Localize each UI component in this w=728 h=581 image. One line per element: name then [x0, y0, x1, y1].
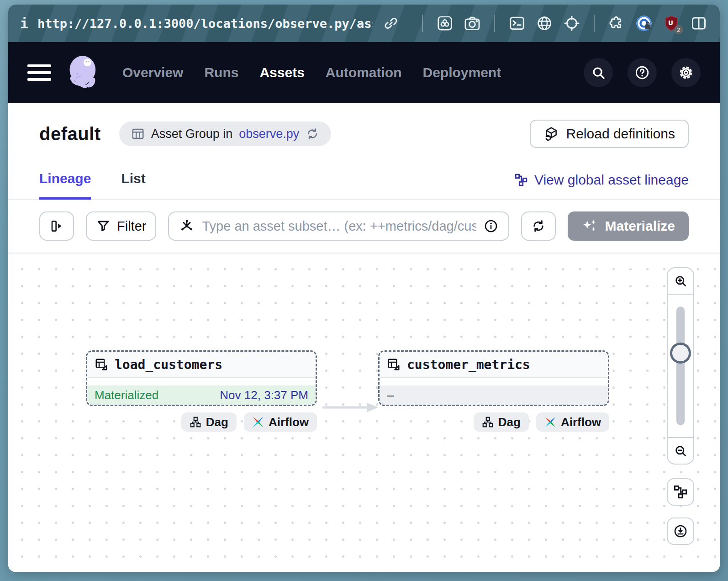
navbar-actions: [584, 58, 701, 87]
refresh-graph-button[interactable]: [521, 211, 556, 241]
toolbar-separator: [422, 15, 423, 32]
refresh-icon: [531, 219, 546, 233]
tag-airflow-label: Airflow: [561, 415, 601, 429]
materialize-button[interactable]: Materialize: [568, 211, 689, 241]
zoom-slider[interactable]: [668, 295, 693, 437]
copy-link-icon[interactable]: [382, 14, 400, 32]
asset-name: customer_metrics: [407, 357, 530, 372]
help-icon: [634, 65, 650, 80]
asset-node-header: load_customers: [87, 352, 316, 378]
tag-row-load-customers: Dag Airflow: [86, 412, 317, 432]
materialized-label: Materialized: [95, 388, 158, 402]
search-button[interactable]: [584, 58, 613, 87]
node-gap: [380, 378, 608, 386]
settings-button[interactable]: [671, 58, 701, 87]
split-view-icon[interactable]: [690, 14, 708, 32]
toolbar-separator: [494, 15, 495, 32]
tag-dag[interactable]: Dag: [474, 412, 529, 432]
asset-subset-field[interactable]: [168, 211, 509, 241]
page-content: default Asset Group in observe.py Reload…: [8, 103, 720, 572]
extension-flower-icon[interactable]: [436, 14, 454, 32]
syntax-info-icon[interactable]: [484, 219, 498, 233]
terminal-icon[interactable]: [508, 14, 526, 32]
zoom-slider-track[interactable]: [676, 306, 685, 425]
download-icon: [673, 524, 688, 539]
code-location-link[interactable]: observe.py: [239, 127, 299, 141]
svg-text:U: U: [668, 19, 673, 26]
never-materialized-dash: –: [387, 388, 394, 402]
onepassword-icon[interactable]: [635, 14, 653, 32]
asset-node-customer-metrics[interactable]: customer_metrics –: [378, 350, 609, 406]
filter-button[interactable]: Filter: [86, 211, 156, 241]
panel-expand-icon: [49, 219, 64, 233]
asset-selection-icon: [179, 218, 195, 234]
screenshot-camera-icon[interactable]: [463, 14, 481, 32]
fit-graph-button[interactable]: [667, 478, 694, 506]
asset-node-header: customer_metrics: [380, 352, 608, 378]
dagster-octopus-logo[interactable]: [65, 53, 103, 92]
tag-dag-label: Dag: [498, 415, 521, 429]
zoom-slider-handle[interactable]: [670, 343, 691, 364]
tab-list[interactable]: List: [121, 171, 145, 200]
tag-airflow-label: Airflow: [269, 415, 309, 429]
materialize-label: Materialize: [605, 218, 675, 234]
help-button[interactable]: [628, 58, 657, 87]
view-tabs: Lineage List View global asset lineage: [8, 171, 720, 200]
zoom-in-icon: [674, 274, 687, 288]
nav-tab-automation[interactable]: Automation: [326, 65, 402, 80]
browser-window: i http://127.0.0.1:3000/locations/observ…: [8, 5, 720, 572]
browser-url-bar[interactable]: i http://127.0.0.1:3000/locations/observ…: [8, 5, 720, 42]
lineage-canvas[interactable]: load_customers Materialized Nov 12, 3:37…: [8, 254, 720, 572]
tag-airflow[interactable]: Airflow: [536, 412, 609, 432]
hamburger-menu-icon[interactable]: [27, 64, 51, 81]
zoom-in-button[interactable]: [668, 268, 693, 295]
toggle-sidebar-button[interactable]: [39, 211, 74, 241]
nav-tab-runs[interactable]: Runs: [204, 65, 238, 80]
node-gap: [87, 378, 316, 386]
tag-dag[interactable]: Dag: [181, 412, 237, 432]
lineage-toolbar: Filter Materialize: [8, 200, 720, 254]
asset-subset-input[interactable]: [202, 219, 476, 234]
asset-status-row: Materialized Nov 12, 3:37 PM: [87, 386, 316, 405]
filter-label: Filter: [117, 219, 146, 234]
target-icon[interactable]: [563, 14, 581, 32]
page-header: default Asset Group in observe.py Reload…: [8, 103, 720, 148]
tag-airflow[interactable]: Airflow: [244, 412, 317, 432]
page-info-icon[interactable]: i: [20, 16, 28, 32]
tag-row-customer-metrics: Dag Airflow: [378, 412, 609, 432]
download-graph-button[interactable]: [667, 518, 694, 545]
page-title: default: [39, 124, 101, 144]
airflow-logo-icon: [252, 416, 264, 428]
badge-text: Asset Group in: [151, 127, 233, 141]
gear-icon: [678, 65, 694, 80]
globe-icon[interactable]: [535, 14, 554, 32]
reload-definitions-button[interactable]: Reload definitions: [530, 120, 689, 148]
asset-node-load-customers[interactable]: load_customers Materialized Nov 12, 3:37…: [86, 350, 317, 406]
extensions-puzzle-icon[interactable]: [607, 14, 626, 32]
screen-frame: i http://127.0.0.1:3000/locations/observ…: [0, 0, 728, 581]
lineage-edge-arrow: [322, 402, 380, 412]
reload-definitions-icon: [543, 126, 559, 142]
nav-tab-overview[interactable]: Overview: [122, 65, 183, 80]
zoom-out-icon: [674, 444, 687, 458]
search-icon: [591, 65, 606, 80]
reload-definitions-label: Reload definitions: [566, 126, 675, 142]
ublock-badge: 2: [674, 25, 683, 34]
materialized-timestamp[interactable]: Nov 12, 3:37 PM: [220, 388, 308, 402]
asset-status-row: –: [380, 386, 608, 405]
asset-name: load_customers: [115, 357, 222, 372]
tab-lineage[interactable]: Lineage: [39, 171, 91, 200]
zoom-out-button[interactable]: [668, 437, 693, 464]
view-global-lineage-link[interactable]: View global asset lineage: [514, 172, 689, 199]
airflow-logo-icon: [544, 416, 556, 428]
asset-group-badge: Asset Group in observe.py: [119, 121, 332, 146]
ublock-shield-icon[interactable]: U 2: [662, 14, 681, 32]
refresh-icon[interactable]: [306, 127, 319, 141]
url-text[interactable]: http://127.0.0.1:3000/locations/observe.…: [37, 16, 373, 31]
asset-group-icon: [131, 127, 145, 141]
asset-table-icon: [95, 358, 108, 371]
nav-tab-deployment[interactable]: Deployment: [422, 65, 501, 80]
filter-funnel-icon: [96, 219, 111, 233]
asset-table-icon: [387, 358, 401, 371]
nav-tab-assets[interactable]: Assets: [259, 65, 304, 80]
